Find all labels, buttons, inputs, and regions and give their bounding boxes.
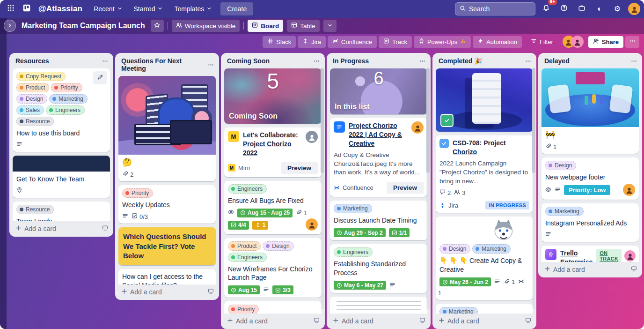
nav-recent[interactable]: Recent <box>89 3 127 15</box>
checklist-badge[interactable]: 3/3 <box>272 285 293 294</box>
add-card-button[interactable]: Add a card <box>436 314 533 326</box>
card[interactable]: Design Marketing 👇 👇 👇 Create Ad Copy & … <box>436 217 533 300</box>
card[interactable]: Which Questions Should We Tackle First? … <box>118 227 216 265</box>
views-dropdown-button[interactable] <box>323 20 337 32</box>
card-label[interactable]: Design <box>439 244 470 254</box>
share-button[interactable]: Share <box>588 36 623 48</box>
help-button[interactable] <box>557 2 571 16</box>
card-label[interactable]: Design <box>16 94 47 104</box>
due-date-badge[interactable]: Aug 15 - Aug 25 <box>237 209 293 217</box>
powerups-button[interactable]: Power-Ups <box>414 36 471 48</box>
card[interactable]: 5 Coming Soon <box>224 68 322 124</box>
slack-powerup-button[interactable]: Slack <box>263 36 296 48</box>
jira-powerup-button[interactable]: Jira <box>298 36 326 48</box>
user-avatar[interactable] <box>628 3 640 15</box>
create-from-template-button[interactable] <box>631 266 637 273</box>
list-scrollbar-thumb[interactable] <box>532 68 535 173</box>
expand-sidebar-button[interactable] <box>4 20 16 32</box>
list-scrollbar-thumb[interactable] <box>321 68 324 173</box>
card[interactable]: 6 In this list <box>330 68 427 114</box>
card-label[interactable]: Marketing <box>49 94 88 104</box>
card-label[interactable]: Product <box>228 241 261 251</box>
card-link-title[interactable]: Project Chorizo 2022 | Ad Copy & Creativ… <box>349 121 408 148</box>
card[interactable]: Engineers Establishing Standarized Proce… <box>330 244 427 293</box>
create-from-template-button[interactable] <box>208 288 214 296</box>
list-menu-button[interactable] <box>314 58 320 64</box>
card-label[interactable]: Priority <box>122 188 153 198</box>
workspace-logo[interactable]: @Atlassian <box>38 4 82 14</box>
confluence-powerup-button[interactable]: Confluence <box>328 36 377 48</box>
due-date-badge[interactable]: May 26 - Jun 2 <box>439 277 491 286</box>
checklist-badge[interactable]: 1/1 <box>389 228 410 237</box>
settings-button[interactable]: ⚙ <box>610 2 624 16</box>
create-from-template-button[interactable] <box>102 225 108 232</box>
list-menu-button[interactable] <box>525 58 531 64</box>
card[interactable]: Marketing Instagram Personalized Ads <box>542 203 639 242</box>
due-date-badge[interactable]: May 6 - May 27 <box>334 281 386 290</box>
card[interactable]: How can I get access to the Social Media… <box>118 269 216 284</box>
automation-button[interactable]: Automation <box>473 36 522 48</box>
priority-field-badge[interactable]: Priority: Low <box>564 185 610 195</box>
card[interactable]: Project Chorizo 2022 | Ad Copy & Creativ… <box>330 118 427 197</box>
star-board-button[interactable] <box>151 20 164 32</box>
member-avatar[interactable] <box>571 36 584 48</box>
card-member-avatar[interactable] <box>306 131 318 143</box>
add-card-button[interactable]: Add a card <box>118 284 216 297</box>
card-member-avatar[interactable] <box>624 250 636 262</box>
notifications-button[interactable]: 9+ <box>539 2 553 16</box>
card-label[interactable]: Resource <box>16 117 54 126</box>
card[interactable]: Engineers Ensure All Bugs Are Fixed Aug … <box>224 181 322 234</box>
card-link-title[interactable]: Trello Enterprise IMC (H1 FY23) <box>560 249 593 262</box>
card[interactable]: Copy Request Product Priority Design Mar… <box>13 68 110 152</box>
card-member-avatar[interactable] <box>411 121 424 134</box>
checklist-badge[interactable]: 4/4 <box>228 221 249 230</box>
card-label[interactable]: Priority <box>51 83 82 92</box>
workspace-visible-button[interactable]: Workspace visible <box>172 20 240 32</box>
card[interactable]: Priority Weekly Updates 0/3 <box>118 185 216 224</box>
list-scrollbar-thumb[interactable] <box>426 68 430 173</box>
board-title[interactable]: Marketing Team Campaign Launch <box>22 22 145 30</box>
card-label[interactable]: Marketing <box>545 207 584 216</box>
create-from-template-button[interactable] <box>525 317 531 325</box>
card[interactable]: 🚧 1 <box>542 68 639 154</box>
card-label[interactable]: Resource <box>16 205 54 214</box>
card-label[interactable]: Copy Request <box>16 72 66 81</box>
card-link-title[interactable]: Let's Collaborate: Project Chorizo 2022 <box>243 131 302 157</box>
card[interactable]: CSD-708: Project Chorizo 2022 Launch Cam… <box>436 135 533 213</box>
edit-card-button[interactable] <box>93 71 107 84</box>
card-label[interactable]: Engineers <box>228 184 267 194</box>
add-card-button[interactable]: Add a card <box>330 314 427 326</box>
card-label[interactable]: Design <box>545 161 576 170</box>
card[interactable]: Get To Know The Team <box>13 156 110 198</box>
card-label[interactable]: Marketing <box>334 204 372 213</box>
card[interactable]: Marketing Discuss Launch Date Timing Aug… <box>330 201 427 240</box>
card[interactable]: 🤔 2 <box>118 76 216 181</box>
card[interactable]: Project Chorizo 2022 | Blog Draft <box>330 297 427 314</box>
card[interactable] <box>436 68 533 132</box>
jira-badge[interactable]: 1 <box>252 221 269 230</box>
card-link-title[interactable]: CSD-708: Project Chorizo <box>453 139 529 157</box>
collapsed-sidebar[interactable] <box>0 18 7 329</box>
card[interactable]: Priority Legal Review Sep 5 - Sep 16 <box>224 301 322 314</box>
trello-home-button[interactable] <box>20 2 34 16</box>
add-card-button[interactable]: Add a card <box>224 314 322 326</box>
create-button[interactable]: Create <box>220 2 253 15</box>
nav-templates[interactable]: Templates <box>169 3 217 15</box>
workspace-tools-button[interactable] <box>575 2 589 16</box>
card[interactable]: M Let's Collaborate: Project Chorizo 202… <box>224 127 322 177</box>
card-label[interactable]: Priority <box>228 305 259 314</box>
preview-button[interactable]: Preview <box>387 182 424 194</box>
create-from-template-button[interactable] <box>314 317 320 325</box>
track-powerup-button[interactable]: Track <box>379 36 412 48</box>
list-menu-button[interactable] <box>208 62 214 68</box>
card-label[interactable]: Design <box>263 241 293 251</box>
card[interactable]: Trello Enterprise IMC (H1 FY23) ON TRACK… <box>542 246 639 262</box>
theme-toggle-button[interactable]: ◐ <box>593 2 607 16</box>
card-label[interactable]: Sales <box>16 105 44 115</box>
nav-starred[interactable]: Starred <box>129 3 168 15</box>
card-label[interactable]: Engineers <box>334 247 373 257</box>
card-label[interactable]: Marketing <box>439 307 478 314</box>
card-member-avatar[interactable] <box>306 218 318 231</box>
list-menu-button[interactable] <box>419 58 425 64</box>
board-menu-button[interactable] <box>625 36 639 48</box>
